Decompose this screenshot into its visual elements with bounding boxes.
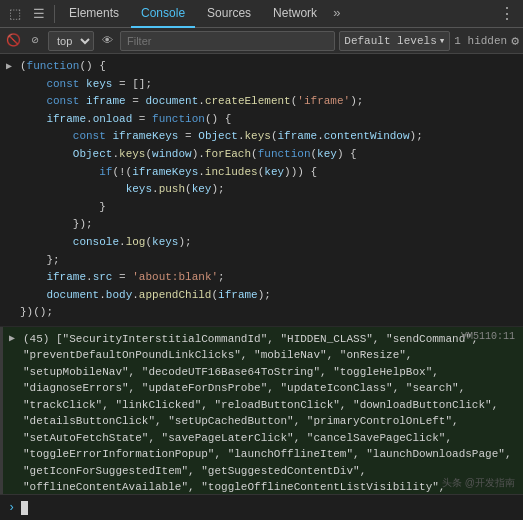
settings-icon[interactable]: ⚙ (511, 33, 519, 49)
hidden-count: 1 hidden (454, 35, 507, 47)
code-input-block: ▶ (function() { const keys = []; const i… (0, 54, 523, 327)
console-input-line: › (0, 494, 523, 520)
toolbar-separator (54, 5, 55, 23)
eye-icon[interactable]: 👁 (98, 32, 116, 50)
filter-input[interactable] (120, 31, 335, 51)
output-expand-arrow[interactable]: ▶ (9, 332, 15, 344)
context-select[interactable]: top (48, 31, 94, 51)
devtools-menu-icon[interactable]: ⋮ (495, 4, 519, 24)
devtools-mobile-icon[interactable]: ☰ (28, 3, 50, 25)
devtools-toolbar: ⬚ ☰ Elements Console Sources Network » ⋮ (0, 0, 523, 28)
watermark: 头条 @开发指南 (442, 476, 515, 490)
input-prompt-icon: › (8, 501, 15, 515)
cursor (21, 501, 28, 515)
console-output-block: ▶ VM5110:11 (45) ["SecurityInterstitialC… (0, 327, 523, 494)
tab-console[interactable]: Console (131, 0, 195, 28)
console-filter-icon[interactable]: ⊘ (26, 32, 44, 50)
clear-console-icon[interactable]: 🚫 (4, 32, 22, 50)
expand-arrow[interactable]: ▶ (6, 59, 12, 74)
console-toolbar: 🚫 ⊘ top 👁 Default levels ▾ 1 hidden ⚙ (0, 28, 523, 54)
vm-source-label: VM5110:11 (461, 331, 515, 342)
tab-elements[interactable]: Elements (59, 0, 129, 28)
log-levels-dropdown[interactable]: Default levels ▾ (339, 31, 450, 51)
console-content: ▶ (function() { const keys = []; const i… (0, 54, 523, 494)
tab-network[interactable]: Network (263, 0, 327, 28)
tab-sources[interactable]: Sources (197, 0, 261, 28)
output-array: (45) ["SecurityInterstitialCommandId", "… (23, 331, 515, 494)
more-tabs-button[interactable]: » (329, 6, 345, 21)
devtools-inspect-icon[interactable]: ⬚ (4, 3, 26, 25)
